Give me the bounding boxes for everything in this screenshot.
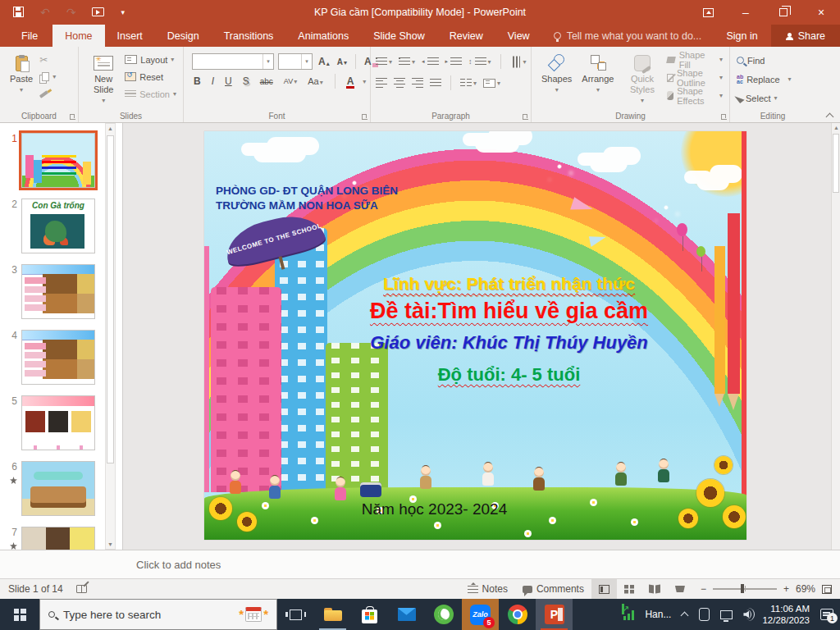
layout-button[interactable]: Layout▾	[125, 53, 176, 66]
thumbnail-scrollbar[interactable]: ▲ ▼	[105, 123, 116, 550]
slide-topic-text[interactable]: Đề tài:Tìm hiểu về gia cầm	[311, 299, 707, 324]
share-button[interactable]: Share	[771, 25, 840, 47]
ribbon-display-options-button[interactable]	[689, 0, 727, 25]
file-explorer-button[interactable]	[314, 599, 351, 630]
justify-button[interactable]	[430, 77, 441, 89]
zoom-out-button[interactable]: −	[701, 583, 706, 595]
save-icon[interactable]	[13, 7, 24, 19]
minimize-button[interactable]: –	[727, 0, 765, 25]
start-from-beginning-icon[interactable]	[92, 7, 104, 18]
find-button[interactable]: Find	[737, 54, 792, 66]
thumbnail-image-4[interactable]	[21, 330, 95, 385]
underline-button[interactable]: U	[223, 75, 234, 87]
slideshow-view-button[interactable]	[668, 579, 692, 599]
notes-pane[interactable]: Click to add notes	[0, 550, 840, 578]
tab-design[interactable]: Design	[155, 25, 212, 47]
bullets-button[interactable]: ▾	[376, 56, 392, 68]
thumbnail-image-5[interactable]	[21, 395, 95, 450]
tab-view[interactable]: View	[495, 25, 542, 47]
copy-button[interactable]: ▾	[39, 71, 56, 83]
restore-button[interactable]	[765, 0, 802, 25]
font-color-button[interactable]: A	[345, 75, 356, 87]
slide-teacher-text[interactable]: Giáo viên: Khúc Thị Thúy Huyền	[311, 332, 707, 354]
arrange-button[interactable]: Arrange▾	[577, 50, 619, 109]
shape-effects-button[interactable]: Shape Effects▾	[667, 89, 723, 102]
grow-font-button[interactable]: A▴	[317, 56, 331, 67]
mail-button[interactable]	[388, 599, 425, 630]
select-button[interactable]: Select▾	[737, 92, 792, 104]
collapse-ribbon-icon[interactable]	[826, 112, 833, 119]
start-button[interactable]	[0, 599, 39, 630]
tab-insert[interactable]: Insert	[105, 25, 155, 47]
thumbnail-slide-7[interactable]: 7	[0, 527, 122, 550]
fit-slide-icon[interactable]	[822, 585, 832, 594]
thumbnail-image-1[interactable]	[21, 133, 95, 188]
tray-app-label[interactable]: Han...	[645, 609, 671, 620]
redo-icon[interactable]: ↷	[66, 7, 76, 18]
volume-button[interactable]	[743, 609, 751, 619]
slide-canvas[interactable]: WELCOME TO THE SCHOOL PHÒNG GD- ĐT QUẬN …	[204, 131, 746, 540]
slide-field-text[interactable]: Lĩnh vực: Phát triển nhận thức	[311, 274, 707, 294]
tell-me-box[interactable]: Tell me what you want to do...	[542, 25, 714, 47]
powerpoint-button[interactable]: P	[536, 599, 573, 630]
font-color-arrow[interactable]: ▾	[363, 78, 366, 85]
zoom-level[interactable]: 69%	[796, 583, 815, 595]
text-direction-button[interactable]: ▾	[510, 56, 527, 68]
clock[interactable]: 11:06 AM 12/28/2023	[762, 603, 810, 626]
scroll-down-icon[interactable]: ▼	[107, 541, 113, 547]
paste-button[interactable]: Paste ▾	[5, 50, 38, 109]
customize-qat-chevron-icon[interactable]: ▾	[121, 9, 125, 16]
clipboard-dialog-launcher-icon[interactable]	[70, 114, 75, 120]
action-center-icon[interactable]: 1	[820, 609, 833, 620]
replace-button[interactable]: abacReplace▾	[737, 73, 792, 85]
tab-transitions[interactable]: Transitions	[212, 25, 286, 47]
tab-animations[interactable]: Animations	[285, 25, 361, 47]
your-phone-icon[interactable]	[699, 608, 710, 621]
scrollbar-thumb[interactable]	[107, 135, 114, 463]
thumbnail-image-7[interactable]	[21, 527, 95, 550]
zalo-button[interactable]: Zalo 5	[462, 599, 499, 630]
sign-in-link[interactable]: Sign in	[713, 25, 770, 47]
reset-button[interactable]: Reset	[125, 71, 176, 83]
italic-button[interactable]: I	[210, 75, 216, 87]
thumbnail-slide-5[interactable]: 5	[0, 395, 122, 450]
notes-placeholder[interactable]: Click to add notes	[136, 559, 221, 571]
shape-fill-button[interactable]: Shape Fill▾	[667, 53, 723, 66]
notes-toggle-button[interactable]: Notes	[460, 579, 515, 599]
zoom-slider[interactable]	[713, 588, 777, 590]
section-button[interactable]: Section▾	[125, 88, 176, 100]
scrollbar-thumb[interactable]	[833, 134, 839, 193]
character-spacing-button[interactable]: AV▾	[282, 77, 299, 85]
zoom-slider-thumb[interactable]	[741, 584, 744, 593]
thumbnail-image-6[interactable]	[21, 461, 95, 516]
zoom-in-button[interactable]: +	[783, 583, 789, 595]
font-dialog-launcher-icon[interactable]	[362, 114, 368, 120]
tab-slideshow[interactable]: Slide Show	[361, 25, 437, 47]
coccoc-browser-button[interactable]	[425, 599, 462, 630]
font-size-combo[interactable]: ▾	[278, 53, 313, 70]
thumbnail-slide-6[interactable]: 6	[0, 461, 122, 516]
increase-indent-button[interactable]	[445, 56, 463, 68]
slide-sorter-view-button[interactable]	[617, 579, 641, 599]
close-button[interactable]: ×	[802, 0, 840, 25]
scroll-up-icon[interactable]: ▲	[107, 126, 113, 131]
reading-view-button[interactable]	[641, 579, 668, 599]
convert-smartart-button[interactable]: ▾	[483, 77, 500, 89]
thumbnail-slide-1[interactable]: 1	[0, 133, 122, 188]
stock-app-icon[interactable]: ↗	[623, 609, 635, 620]
text-shadow-button[interactable]: S	[241, 75, 251, 87]
scroll-up-icon[interactable]: ▲	[833, 125, 839, 130]
editor-scrollbar[interactable]: ▲	[831, 123, 840, 550]
task-view-button[interactable]	[277, 599, 314, 630]
slide-year-text[interactable]: Năm học 2023- 2024	[253, 500, 615, 518]
thumbnail-slide-3[interactable]: 3	[0, 264, 122, 319]
network-icon[interactable]	[720, 610, 733, 619]
thumbnail-slide-2[interactable]: 2 Con Gà trống	[0, 199, 122, 253]
thumbnail-slide-4[interactable]: 4	[0, 330, 122, 385]
format-painter-button[interactable]	[39, 88, 56, 100]
thumbnail-image-2[interactable]: Con Gà trống	[21, 199, 95, 253]
microsoft-store-button[interactable]	[351, 599, 388, 630]
slide-department-text[interactable]: PHÒNG GD- ĐT QUẬN LONG BIÊN TRƯỜNG MẦM N…	[216, 184, 398, 213]
thumbnail-image-3[interactable]	[21, 264, 95, 319]
proofing-icon[interactable]	[76, 585, 87, 593]
